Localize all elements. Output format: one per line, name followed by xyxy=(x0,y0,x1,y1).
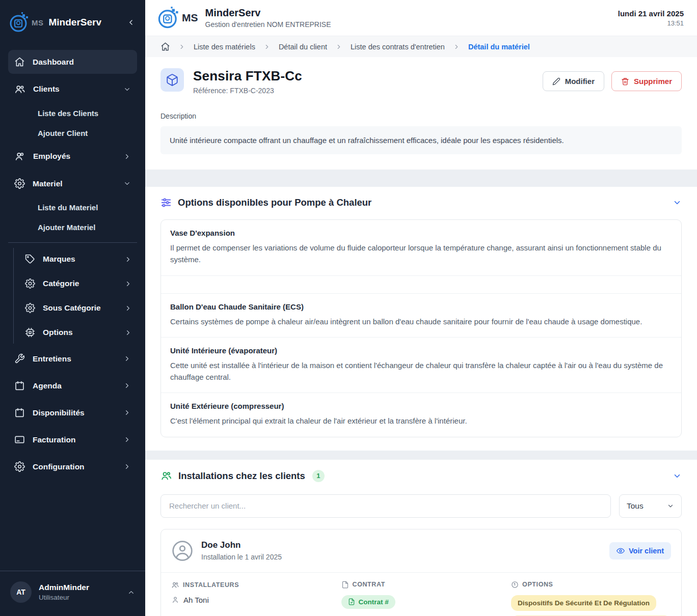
sidebar-item-label: Clients xyxy=(33,85,60,94)
home-icon[interactable] xyxy=(160,42,170,51)
user-avatar: AT xyxy=(10,581,32,603)
sidebar-item-label: Configuration xyxy=(33,462,85,471)
breadcrumb: Liste des matériels Détail du client Lis… xyxy=(145,36,697,57)
home-icon xyxy=(14,57,25,67)
sidebar-user[interactable]: AT AdminMinder Utilisateur xyxy=(0,571,145,616)
sidebar-material-group: Marques Catégorie Sous Catégorie Options xyxy=(13,248,137,344)
sidebar-collapse-icon[interactable] xyxy=(127,18,135,26)
view-client-button[interactable]: Voir client xyxy=(609,542,671,559)
sidebar-item-liste-des-clients[interactable]: Liste des Clients xyxy=(8,104,137,122)
sidebar-item-sous-categorie[interactable]: Sous Catégorie xyxy=(20,297,137,319)
eye-icon xyxy=(616,547,625,555)
sidebar-item-label: Facturation xyxy=(33,435,75,444)
option-description: Cette unité est installée à l'intérieur … xyxy=(170,359,672,383)
installer-name: Ah Toni xyxy=(183,596,209,604)
client-options-label: OPTIONS xyxy=(522,581,553,588)
client-search-input[interactable] xyxy=(160,494,611,518)
sidebar-item-marques[interactable]: Marques xyxy=(20,248,137,270)
main-area: MS MinderServ Gestion d'entretien NOM EN… xyxy=(145,0,697,616)
sidebar-brand: MS MinderServ xyxy=(0,0,145,43)
sidebar-item-agenda[interactable]: Agenda xyxy=(8,374,137,398)
option-item: Unité Intérieure (évaporateur) Cette uni… xyxy=(161,338,681,394)
chevron-right-icon xyxy=(178,43,185,50)
sidebar-item-label: Employés xyxy=(33,152,70,161)
users-icon xyxy=(160,470,172,482)
sliders-icon xyxy=(160,197,172,208)
options-column: OPTIONS Dispositifs De Sécurité Et De Ré… xyxy=(511,581,671,616)
chevron-right-icon xyxy=(123,463,131,470)
person-icon xyxy=(171,596,179,604)
installer-item: Ah Toni xyxy=(171,596,341,604)
breadcrumb-liste-des-materiels[interactable]: Liste des matériels xyxy=(194,43,255,51)
options-section-title: Options disponibles pour Pompe à Chaleur xyxy=(178,197,371,208)
chevron-down-icon[interactable] xyxy=(673,471,682,481)
installations-section-title: Installations chez les clients xyxy=(178,470,305,482)
sidebar-item-entretiens[interactable]: Entretiens xyxy=(8,347,137,371)
options-panel: Options disponibles pour Pompe à Chaleur… xyxy=(145,187,697,451)
sidebar-item-liste-du-materiel[interactable]: Liste du Materiel xyxy=(8,199,137,216)
filter-value: Tous xyxy=(627,501,644,511)
sidebar-item-materiel[interactable]: Materiel xyxy=(8,172,137,195)
gear-icon xyxy=(25,303,35,313)
trash-icon xyxy=(621,77,629,86)
sidebar-divider xyxy=(8,242,137,243)
sidebar-item-disponibilites[interactable]: Disponibilités xyxy=(8,401,137,425)
option-description: Il permet de compenser les variations de… xyxy=(170,242,672,266)
user-role: Utilisateur xyxy=(39,594,89,601)
file-icon xyxy=(341,581,349,589)
sidebar-brand-name: MinderServ xyxy=(49,17,101,28)
edit-button-label: Modifier xyxy=(565,77,595,86)
sidebar-item-label: Agenda xyxy=(33,381,62,390)
chevron-right-icon xyxy=(263,43,271,50)
chevron-down-icon[interactable] xyxy=(673,198,682,207)
sidebar-item-label: Disponibilités xyxy=(33,408,85,417)
users-icon xyxy=(171,581,179,589)
client-card: Doe John Installation le 1 avril 2025 Vo… xyxy=(160,529,682,616)
gear-icon xyxy=(14,178,25,189)
app-logo-icon xyxy=(8,11,31,34)
sidebar-item-employes[interactable]: Employés xyxy=(8,144,137,169)
client-filter-select[interactable]: Tous xyxy=(619,494,682,518)
gear-icon xyxy=(14,461,25,472)
chevron-down-icon xyxy=(667,502,674,510)
calendar-icon xyxy=(14,380,25,391)
current-time: 13:51 xyxy=(618,19,684,27)
chevron-right-icon xyxy=(453,43,460,50)
sidebar-item-clients[interactable]: Clients xyxy=(8,77,137,101)
sidebar-item-label: Materiel xyxy=(33,179,63,188)
edit-button[interactable]: Modifier xyxy=(543,71,604,91)
delete-button[interactable]: Supprimer xyxy=(611,71,682,91)
sidebar-item-configuration[interactable]: Configuration xyxy=(8,455,137,479)
breadcrumb-contrats-entretien[interactable]: Liste des contrats d'entretien xyxy=(351,43,445,51)
sidebar-item-label: Options xyxy=(43,328,73,337)
sidebar-item-label: Marques xyxy=(43,255,75,264)
chevron-down-icon xyxy=(123,86,131,93)
contract-badge[interactable]: Contrat # xyxy=(341,595,395,609)
option-title: Unité Intérieure (évaporateur) xyxy=(170,346,672,355)
contract-badge-label: Contrat # xyxy=(359,598,389,606)
sidebar-item-dashboard[interactable]: Dashboard xyxy=(8,50,137,74)
topbar: MS MinderServ Gestion d'entretien NOM EN… xyxy=(145,0,697,36)
client-avatar-icon xyxy=(171,540,194,562)
sidebar-item-ajouter-client[interactable]: Ajouter Client xyxy=(8,124,137,142)
breadcrumb-detail-du-client[interactable]: Détail du client xyxy=(279,43,327,51)
wrench-icon xyxy=(14,353,25,364)
file-check-icon xyxy=(348,598,355,605)
material-reference: Référence: FTXB-C-2023 xyxy=(193,87,302,95)
sidebar-item-facturation[interactable]: Facturation xyxy=(8,428,137,452)
chevron-right-icon xyxy=(123,153,131,160)
chevron-right-icon xyxy=(335,43,342,50)
topbar-logo-ms: MS xyxy=(182,12,198,24)
sidebar-item-ajouter-materiel[interactable]: Ajouter Materiel xyxy=(8,218,137,236)
cube-icon xyxy=(160,68,184,92)
chevron-right-icon xyxy=(123,355,131,362)
gear-icon xyxy=(511,581,519,589)
app-subtitle: Gestion d'entretien NOM ENTREPRISE xyxy=(205,20,331,29)
sidebar-item-options[interactable]: Options xyxy=(20,321,137,344)
material-header-panel: Sensira FTXB-Cc Référence: FTXB-C-2023 M… xyxy=(145,57,697,170)
view-client-label: Voir client xyxy=(629,547,664,555)
installers-column: INSTALLATEURS Ah Toni xyxy=(171,581,341,616)
chevron-right-icon xyxy=(123,382,131,389)
contract-label: CONTRAT xyxy=(353,581,385,588)
sidebar-item-categorie[interactable]: Catégorie xyxy=(20,272,137,295)
